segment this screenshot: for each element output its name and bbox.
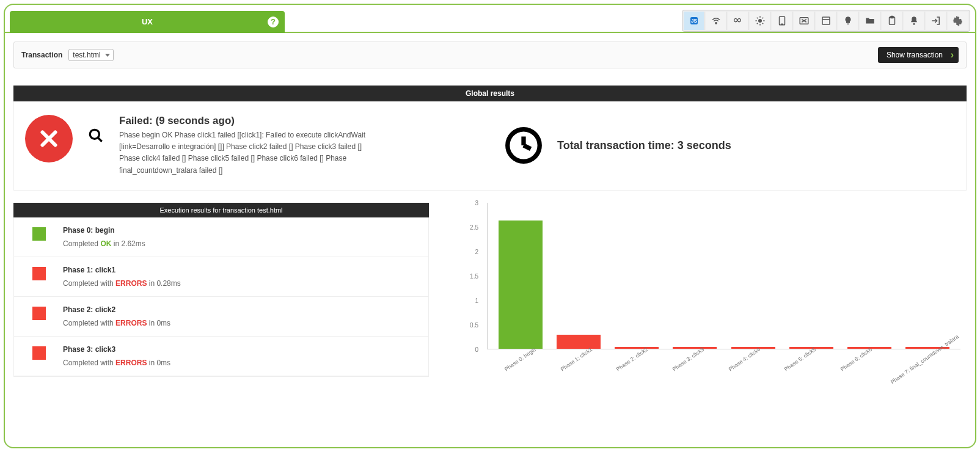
status-title: Failed: (9 seconds ago) (119, 115, 376, 127)
phase-detail: Completed with ERRORS in 0ms (63, 319, 170, 327)
wifi-icon[interactable] (706, 12, 726, 30)
y-tick: 1 (475, 297, 478, 304)
infinity-icon[interactable] (728, 12, 748, 30)
svg-point-24 (90, 129, 99, 139)
transaction-row: Transaction test.html Show transaction (13, 42, 967, 68)
transaction-select[interactable]: test.html (68, 49, 113, 61)
svg-line-8 (756, 18, 758, 19)
svg-line-25 (98, 137, 102, 142)
login-icon[interactable] (926, 12, 946, 30)
y-tick: 1.5 (470, 272, 478, 279)
y-tick: 2 (475, 248, 478, 255)
phase-list[interactable]: Phase 0: beginCompleted OK in 2.62msPhas… (13, 217, 429, 377)
magnify-icon[interactable] (86, 126, 106, 145)
phase-item[interactable]: Phase 2: click2Completed with ERRORS in … (14, 297, 428, 337)
transaction-selected: test.html (73, 51, 100, 59)
y-tick: 3 (475, 199, 478, 206)
svg-line-10 (756, 23, 758, 24)
phase-duration-chart: 00.511.522.53 Phase 0: beginPhase 1: cli… (453, 203, 967, 392)
svg-rect-17 (822, 17, 830, 24)
svg-line-28 (524, 145, 531, 149)
top-bar: UX ? JS (5, 5, 975, 33)
bell-icon[interactable] (904, 12, 924, 30)
phase-item[interactable]: Phase 0: beginCompleted OK in 2.62ms (14, 217, 428, 257)
execution-header: Execution results for transaction test.h… (13, 203, 429, 217)
svg-text:JS: JS (690, 18, 697, 24)
gear-icon[interactable] (948, 12, 968, 30)
clock-icon (502, 124, 545, 167)
sun-icon[interactable] (750, 12, 770, 30)
status-detail: Phase begin OK Phase click1 failed [[cli… (119, 129, 376, 177)
tab-ux[interactable]: UX ? (10, 11, 285, 33)
phase-detail: Completed OK in 2.62ms (63, 239, 145, 248)
svg-line-9 (762, 23, 763, 24)
phase-title: Phase 1: click1 (63, 266, 181, 274)
svg-point-22 (913, 23, 915, 25)
total-time-title: Total transaction time: 3 seconds (557, 139, 731, 152)
transaction-label: Transaction (21, 51, 62, 59)
bulb-icon[interactable] (838, 12, 858, 30)
tablet-icon[interactable] (772, 12, 792, 30)
svg-point-3 (758, 19, 762, 23)
phase-title: Phase 2: click2 (63, 305, 170, 314)
clipboard-icon[interactable] (882, 12, 902, 30)
phase-title: Phase 3: click3 (63, 345, 170, 354)
show-transaction-button[interactable]: Show transaction (878, 47, 959, 63)
toolbar: JS (682, 10, 970, 32)
window-icon[interactable] (816, 12, 836, 30)
folder-icon[interactable] (860, 12, 880, 30)
y-tick: 2.5 (470, 224, 478, 230)
help-icon[interactable]: ? (268, 16, 279, 27)
y-tick: 0.5 (470, 321, 478, 328)
fail-status-icon (25, 115, 73, 162)
image-x-icon[interactable] (794, 12, 814, 30)
phase-item[interactable]: Phase 3: click3Completed with ERRORS in … (14, 337, 428, 376)
chart-bar (499, 221, 543, 349)
phase-detail: Completed with ERRORS in 0ms (63, 359, 170, 367)
svg-point-2 (715, 23, 716, 24)
status-ok-icon (32, 227, 46, 241)
svg-line-11 (762, 18, 763, 19)
y-tick: 0 (475, 346, 478, 352)
svg-rect-19 (847, 24, 849, 25)
badge-icon[interactable]: JS (684, 12, 704, 30)
svg-rect-21 (890, 16, 893, 18)
status-error-icon (32, 346, 46, 360)
status-error-icon (32, 267, 46, 280)
phase-detail: Completed with ERRORS in 0.28ms (63, 279, 181, 288)
global-results-body: Failed: (9 seconds ago) Phase begin OK P… (13, 101, 967, 191)
phase-title: Phase 0: begin (63, 226, 145, 235)
global-results-header: Global results (13, 86, 967, 101)
phase-item[interactable]: Phase 1: click1Completed with ERRORS in … (14, 257, 428, 297)
tab-ux-label: UX (142, 11, 153, 33)
status-error-icon (32, 307, 46, 320)
